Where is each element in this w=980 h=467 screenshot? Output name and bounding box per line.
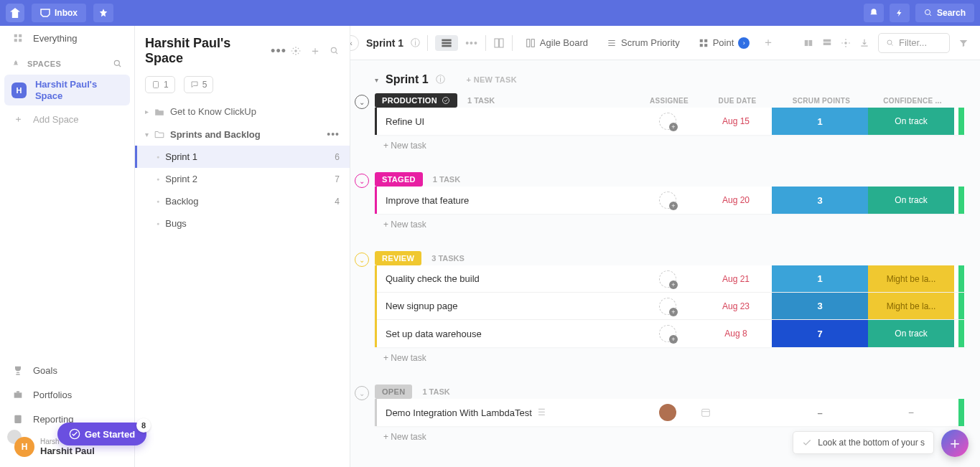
due-date[interactable]: Aug 21 [700, 274, 772, 284]
assignee-cell[interactable] [635, 404, 700, 421]
confidence[interactable]: On track [868, 320, 954, 347]
list-item-sprint-2[interactable]: ● Sprint 2 7 [135, 168, 350, 190]
view-scrum-priority[interactable]: Scrum Priority [601, 34, 686, 51]
inbox-button[interactable]: Inbox [32, 4, 86, 22]
confidence[interactable]: – [868, 399, 954, 426]
board-alt-icon[interactable] [493, 37, 505, 49]
gear-icon[interactable] [291, 46, 301, 56]
scrum-points[interactable]: 3 [772, 293, 868, 319]
view-options-icon[interactable]: ••• [465, 37, 478, 49]
group-header-production[interactable]: ⌄ PRODUCTION 1 TASK ASSIGNEE DUE DATE SC… [375, 93, 966, 108]
view-list-button[interactable] [435, 35, 458, 51]
collapse-circle-icon[interactable]: ⌄ [355, 174, 369, 188]
task-count: 1 TASK [422, 387, 449, 396]
toolbar-icon-1[interactable] [803, 38, 813, 48]
assignee-cell[interactable] [635, 113, 700, 130]
task-row[interactable]: Improve that feature Aug 20 3 On track [377, 187, 966, 214]
svg-rect-6 [14, 392, 22, 397]
goals-nav[interactable]: Goals [0, 358, 134, 382]
info-icon[interactable]: ⓘ [436, 73, 445, 86]
confidence[interactable]: Might be la... [868, 265, 954, 292]
assignee-cell[interactable] [635, 298, 700, 315]
create-fab[interactable]: ＋ [941, 430, 969, 457]
task-row[interactable]: Demo Integration With LambdaTest ☰ – – [377, 399, 966, 426]
scrum-points[interactable]: 7 [772, 320, 868, 347]
scrum-points[interactable]: 1 [772, 265, 868, 292]
confidence[interactable]: Might be la... [868, 293, 954, 319]
add-space-button[interactable]: ＋ Add Space [0, 107, 134, 131]
folder-sprints-backlog[interactable]: ▾ Sprints and Backlog ••• [135, 123, 350, 146]
settings-icon[interactable] [841, 38, 851, 48]
info-icon[interactable]: ⓘ [411, 37, 420, 49]
assignee-cell[interactable] [635, 270, 700, 288]
space-options-icon[interactable]: ••• [271, 44, 286, 59]
task-table: Quality check the build Aug 21 1 Might b… [375, 265, 966, 347]
search-list-icon[interactable] [330, 46, 340, 56]
list-item-bugs[interactable]: ● Bugs [135, 212, 350, 235]
status-pill[interactable]: STAGED [375, 172, 423, 187]
search-button[interactable]: Search [915, 4, 974, 22]
group-header-review[interactable]: ⌄ REVIEW 3 TASKS [375, 251, 966, 265]
add-task-row[interactable]: + New task [375, 347, 966, 369]
check-circle-icon [69, 428, 80, 440]
scrum-points[interactable]: 1 [772, 108, 868, 135]
portfolios-nav[interactable]: Portfolios [0, 382, 134, 407]
due-date[interactable]: Aug 15 [700, 116, 772, 126]
add-view-icon[interactable]: ＋ [762, 35, 774, 50]
collapse-circle-icon[interactable]: ⌄ [355, 95, 369, 109]
notifications-button[interactable] [864, 4, 884, 22]
back-button[interactable]: ‹ [350, 35, 359, 51]
view-point[interactable]: Point › [693, 34, 756, 52]
chevron-down-icon[interactable]: ▾ [375, 76, 378, 84]
docs-pill[interactable]: 1 [145, 76, 175, 93]
add-task-row[interactable]: + New task [375, 135, 966, 156]
comments-pill[interactable]: 5 [184, 76, 214, 93]
status-pill[interactable]: OPEN [375, 385, 412, 399]
task-row[interactable]: New signup page Aug 23 3 Might be la... [377, 293, 966, 320]
scrum-points[interactable]: – [772, 399, 868, 426]
svg-rect-2 [19, 34, 22, 37]
app-logo-button[interactable] [6, 4, 24, 22]
search-spaces-icon[interactable] [113, 59, 123, 69]
get-started-pill[interactable]: Get Started 8 [57, 423, 146, 445]
group-header-staged[interactable]: ⌄ STAGED 1 TASK [375, 172, 966, 187]
folder-get-to-know[interactable]: ▸ Get to Know ClickUp [135, 100, 350, 123]
status-pill[interactable]: PRODUCTION [375, 93, 457, 108]
collapse-circle-icon[interactable]: ⌄ [355, 253, 369, 267]
due-date[interactable]: Aug 20 [700, 195, 772, 205]
toolbar-icon-2[interactable] [822, 38, 832, 48]
task-row[interactable]: Refine UI Aug 15 1 On track [377, 108, 966, 135]
folder-options-icon[interactable]: ••• [327, 128, 340, 140]
filter-input[interactable]: Filter... [878, 33, 950, 53]
task-row[interactable]: Quality check the build Aug 21 1 Might b… [377, 265, 966, 293]
task-name: New signup page [377, 301, 635, 311]
filter-icon[interactable] [958, 38, 969, 48]
new-task-ghost[interactable]: + NEW TASK [467, 75, 517, 84]
everything-nav[interactable]: Everything [0, 26, 134, 50]
hint-toast[interactable]: Look at the bottom of your s [793, 431, 934, 454]
list-item-label: Backlog [165, 196, 198, 207]
quick-actions-button[interactable] [890, 4, 910, 22]
svg-rect-8 [14, 415, 21, 423]
list-item-backlog[interactable]: ● Backlog 4 [135, 190, 350, 212]
task-row[interactable]: Set up data warehouse Aug 8 7 On track [377, 320, 966, 347]
status-pill[interactable]: REVIEW [375, 251, 421, 265]
scrum-points[interactable]: 3 [772, 187, 868, 214]
confidence[interactable]: On track [868, 187, 954, 214]
due-date[interactable] [700, 407, 772, 418]
add-task-row[interactable]: + New task [375, 214, 966, 235]
add-icon[interactable]: ＋ [309, 44, 321, 59]
assignee-cell[interactable] [635, 325, 700, 342]
collapse-circle-icon[interactable]: ⌄ [355, 386, 369, 400]
view-agile-board[interactable]: Agile Board [520, 34, 594, 51]
assignee-cell[interactable] [635, 192, 700, 209]
group-header-open[interactable]: ⌄ OPEN 1 TASK [375, 385, 966, 399]
favorites-button[interactable] [93, 4, 113, 22]
confidence[interactable]: On track [868, 108, 954, 135]
list-item-sprint-1[interactable]: ● Sprint 1 6 [135, 146, 350, 168]
due-date[interactable]: Aug 8 [700, 329, 772, 339]
due-date[interactable]: Aug 23 [700, 301, 772, 311]
col-points: SCRUM POINTS [773, 97, 869, 105]
download-icon[interactable] [859, 38, 869, 48]
space-item-harshit[interactable]: H Harshit Paul's Space [4, 75, 130, 105]
